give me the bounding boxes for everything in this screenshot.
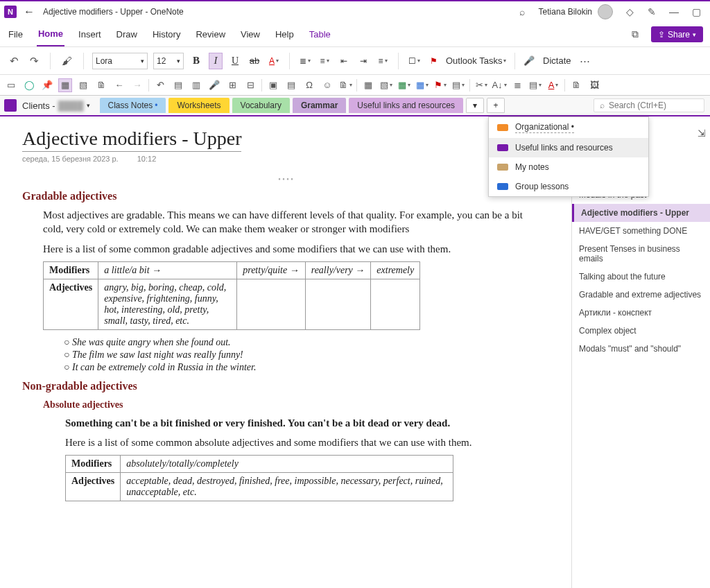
outdent-button[interactable]: ⇤ (337, 53, 351, 69)
dropdown-item-organizational[interactable]: Organizational (489, 117, 648, 138)
back-button[interactable]: ← (24, 6, 35, 18)
qa-fontcolor-icon[interactable]: A (546, 78, 560, 92)
outlook-tasks-button[interactable]: Outlook Tasks (446, 53, 506, 69)
qa-undo-icon[interactable]: ↶ (153, 78, 167, 92)
font-color-button[interactable]: A (267, 53, 281, 69)
menu-help[interactable]: Help (274, 22, 295, 46)
qa-word-icon[interactable]: ▦ (415, 78, 429, 92)
table-cell[interactable]: Modifiers (66, 456, 121, 473)
qa-icon-10[interactable]: ⊞ (225, 78, 239, 92)
page-item[interactable]: Talking about the future (572, 268, 710, 286)
qa-sort-icon[interactable]: A↓ (492, 78, 506, 92)
dictate-button[interactable]: 🎤 Dictate (523, 53, 571, 69)
tab-class-notes[interactable]: Class Notes• (100, 98, 166, 113)
tab-vocabulary[interactable]: Vocabulary (232, 98, 290, 113)
share-button[interactable]: ⇪ Share ▾ (651, 26, 703, 42)
qa-excel-icon[interactable]: ▦ (397, 78, 411, 92)
qa-icon-13[interactable]: ▤ (284, 78, 298, 92)
menu-home[interactable]: Home (37, 22, 64, 46)
add-section-button[interactable]: + (487, 98, 505, 113)
dropdown-item-mynotes[interactable]: My notes (489, 157, 648, 177)
strikethrough-button[interactable]: ab (248, 53, 261, 69)
dropdown-item-useful[interactable]: Useful links and resources (489, 138, 648, 157)
redo-button[interactable]: ↷ (27, 53, 42, 69)
table-cell[interactable] (237, 279, 306, 329)
expand-icon[interactable]: ⇲ (698, 128, 706, 139)
page-item[interactable]: Артикли - конспект (572, 304, 710, 322)
qa-mic-icon[interactable]: 🎤 (207, 78, 221, 92)
qa-icon-21[interactable]: 🗎 (569, 78, 583, 92)
table-cell[interactable]: pretty/quite → (237, 261, 306, 279)
list-item[interactable]: It can be extremely cold in Russia in th… (64, 362, 549, 373)
qa-icon-11[interactable]: ⊟ (243, 78, 257, 92)
qa-icon-18[interactable]: ✂ (474, 78, 488, 92)
qa-icon-14[interactable]: 🗎 (338, 78, 352, 92)
qa-icon-6[interactable]: 🗎 (94, 78, 108, 92)
menu-view[interactable]: View (239, 22, 261, 46)
qa-icon-12[interactable]: ▣ (266, 78, 280, 92)
qa-icon-16[interactable]: ▧ (379, 78, 393, 92)
qa-icon-2[interactable]: ◯ (22, 78, 36, 92)
maximize-button[interactable]: ▢ (691, 6, 702, 17)
qa-icon-17[interactable]: ▤ (451, 78, 465, 92)
qa-icon-15[interactable]: ▦ (361, 78, 375, 92)
qa-omega-icon[interactable]: Ω (302, 78, 316, 92)
table-cell[interactable]: extremely (371, 261, 420, 279)
mode-icon[interactable]: ⧉ (632, 22, 639, 46)
bullets-button[interactable]: ≣ (298, 53, 312, 69)
tab-useful-links[interactable]: Useful links and resources (349, 98, 463, 113)
list-item[interactable]: She was quite angry when she found out. (64, 337, 549, 348)
qa-pin-icon[interactable]: 📌 (40, 78, 54, 92)
minimize-button[interactable]: — (668, 6, 679, 17)
qa-icon-4[interactable]: ▦ (58, 78, 72, 92)
page-item[interactable]: Complex object (572, 322, 710, 340)
table-cell[interactable]: Modifiers (44, 261, 98, 279)
underline-button[interactable]: U (228, 53, 242, 69)
table-cell[interactable]: absolutely/totally/completely (121, 456, 453, 473)
qa-back-icon[interactable]: ← (112, 78, 126, 92)
qa-icon-8[interactable]: ▤ (171, 78, 185, 92)
menu-table[interactable]: Table (308, 22, 332, 46)
table-cell[interactable]: acceptable, dead, destroyed, finished, f… (121, 473, 453, 501)
dropdown-item-group[interactable]: Group lessons (489, 177, 648, 196)
table-gradable[interactable]: Modifiers a little/a bit → pretty/quite … (43, 261, 420, 330)
menu-file[interactable]: File (7, 22, 24, 46)
menu-insert[interactable]: Insert (77, 22, 103, 46)
search-input[interactable]: ⌕ Search (Ctrl+E) (594, 98, 704, 112)
user-account[interactable]: Tetiana Bilokin (539, 4, 613, 19)
format-painter-icon[interactable]: 🖌 (59, 53, 75, 68)
tabs-overflow-button[interactable]: ▾ (466, 98, 484, 113)
paragraph[interactable]: Here is a list of some common gradable a… (43, 242, 528, 256)
qa-icon-9[interactable]: ▥ (189, 78, 203, 92)
qa-image-icon[interactable]: 🖼 (587, 78, 601, 92)
font-size-select[interactable]: 12▾ (153, 53, 184, 69)
paragraph[interactable]: Most adjectives are gradable. This means… (43, 208, 528, 236)
menu-history[interactable]: History (151, 22, 182, 46)
qa-icon-5[interactable]: ▧ (76, 78, 90, 92)
paragraph[interactable]: Something can't be a bit finished or ver… (65, 416, 549, 430)
collapse-handle[interactable]: • • • • (22, 175, 549, 183)
menu-review[interactable]: Review (194, 22, 227, 46)
flag-icon[interactable]: ⚑ (426, 53, 440, 69)
table-absolute[interactable]: Modifiers absolutely/totally/completely … (65, 455, 453, 501)
diamond-icon[interactable]: ◇ (624, 6, 635, 17)
tab-worksheets[interactable]: Worksheets (168, 98, 229, 113)
qa-icon-19[interactable]: ≣ (510, 78, 524, 92)
page-item[interactable]: HAVE/GET something DONE (572, 222, 710, 240)
example-list[interactable]: She was quite angry when she found out. … (64, 337, 549, 373)
notebook-selector[interactable]: Clients - ████ ▾ (22, 101, 90, 111)
paragraph[interactable]: Here is a list of some common absolute a… (65, 435, 549, 449)
table-cell[interactable]: Adjectives (66, 473, 121, 501)
indent-button[interactable]: ⇥ (356, 53, 370, 69)
align-button[interactable]: ≡ (376, 53, 390, 69)
page-item[interactable]: Modals "must" and "should" (572, 340, 710, 358)
tab-grammar[interactable]: Grammar (293, 98, 346, 113)
qa-flag-icon[interactable]: ⚑ (433, 78, 447, 92)
qa-fwd-icon[interactable]: → (130, 78, 144, 92)
table-cell[interactable]: a little/a bit → (98, 261, 237, 279)
heading-nongradable[interactable]: Non-gradable adjectives (22, 380, 549, 392)
heading-gradable[interactable]: Gradable adjectives (22, 190, 549, 202)
table-cell[interactable]: Adjectives (44, 279, 98, 329)
table-cell[interactable]: really/very → (305, 261, 371, 279)
page-item[interactable]: Present Tenses in business emails (572, 240, 710, 268)
